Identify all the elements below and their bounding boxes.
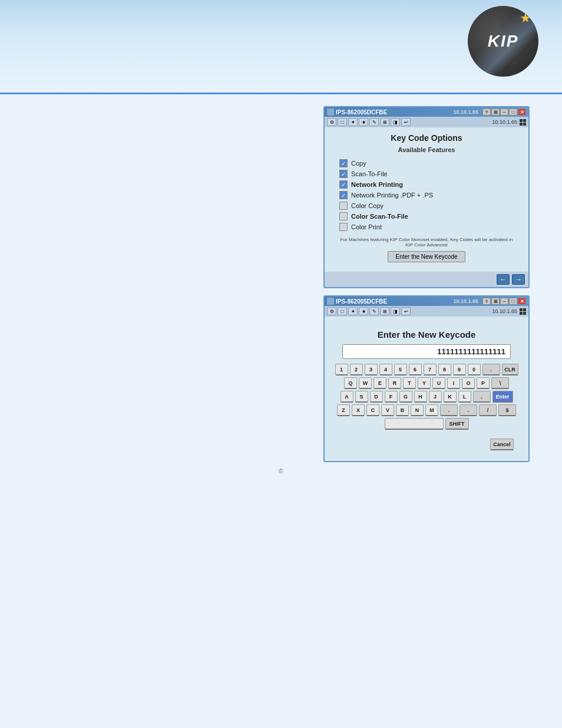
key-g[interactable]: G [399,391,412,403]
help-btn[interactable]: ? [482,108,491,116]
key-3[interactable]: 3 [365,364,378,375]
w2-toolbar-icon-4[interactable]: ★ [359,307,368,315]
key-v[interactable]: V [381,404,394,416]
toolbar-icon-4[interactable]: ★ [359,118,368,126]
key-dot1[interactable]: . [482,364,500,375]
toolbar-icon-6[interactable]: ⊞ [380,118,389,126]
key-6[interactable]: 6 [409,364,422,375]
key-r[interactable]: R [388,377,401,389]
toolbar-icon-1[interactable]: ⚙ [327,118,336,126]
key-y[interactable]: Y [418,377,431,389]
window2-titlebar: IPS-862005DCFBE 10.10.1.65 ? ⊞ − □ ✕ [325,297,528,306]
key-dollar[interactable]: $ [498,404,516,416]
key-b[interactable]: B [396,404,409,416]
key-1[interactable]: 1 [335,364,348,375]
w2-toolbar-icon-8[interactable]: ↩ [401,307,411,315]
toolbar-icon-7[interactable]: ◨ [391,118,400,126]
w2-toolbar-icon-3[interactable]: ✦ [348,307,358,315]
window2-title: IPS-862005DCFBE [336,298,387,305]
enter-keycode-button[interactable]: Enter the New Keycode [388,251,465,262]
w2-toolbar-icon-1[interactable]: ⚙ [327,307,336,315]
key-shift[interactable]: SHIFT [445,418,469,430]
key-c[interactable]: C [366,404,379,416]
cancel-button[interactable]: Cancel [490,439,514,450]
key-0[interactable]: 0 [468,364,481,375]
close-btn[interactable]: ✕ [518,108,526,116]
key-i[interactable]: I [447,377,460,389]
w2-grid-cell [523,308,526,311]
toolbar-icon-8[interactable]: ↩ [401,118,411,126]
key-comma[interactable]: . [440,404,458,416]
key-clr[interactable]: CLR [502,364,518,375]
key-j[interactable]: J [429,391,442,403]
key-a[interactable]: A [340,391,353,403]
key-l[interactable]: L [458,391,471,403]
w2-maximize-btn[interactable]: □ [509,298,517,305]
nav-back-btn[interactable]: ← [497,274,510,285]
checkbox-colorcopy[interactable] [339,202,348,210]
key-slash[interactable]: / [479,404,497,416]
key-s[interactable]: S [355,391,368,403]
copyright-text: © [279,468,283,475]
toolbar-icon-2[interactable]: □ [338,118,347,126]
minimize-btn[interactable]: − [500,108,508,116]
key-o[interactable]: O [462,377,475,389]
checkbox-copy[interactable]: ✓ [339,159,348,167]
key-backslash[interactable]: \ [491,377,509,389]
key-d[interactable]: D [370,391,383,403]
key-enter[interactable]: Enter [492,391,513,403]
nav-forward-btn[interactable]: → [512,274,525,285]
restore-btn[interactable]: ⊞ [491,108,500,116]
keycode-input-display[interactable]: 1111111111111111 [342,344,511,359]
w2-close-btn[interactable]: ✕ [518,298,526,305]
key-z[interactable]: Z [337,404,350,416]
key-n[interactable]: N [411,404,424,416]
toolbar-icon-5[interactable]: ✎ [369,118,379,126]
w2-toolbar-right: 10.10.1.65 [492,308,526,315]
key-5[interactable]: 5 [394,364,407,375]
key-p[interactable]: P [477,377,490,389]
w2-toolbar-icon-5[interactable]: ✎ [369,307,379,315]
checkbox-netprint[interactable]: ✓ [339,180,348,189]
key-q[interactable]: Q [344,377,357,389]
checkbox-colorprint[interactable] [339,223,348,231]
key-dot3[interactable]: . [459,404,477,416]
key-h[interactable]: H [414,391,427,403]
w2-help-btn[interactable]: ? [482,298,491,305]
grid-cell [523,123,526,126]
key-t[interactable]: T [403,377,416,389]
w2-toolbar-icon-7[interactable]: ◨ [391,307,400,315]
key-7[interactable]: 7 [424,364,437,375]
key-2[interactable]: 2 [350,364,363,375]
toolbar-icon-3[interactable]: ✦ [348,118,358,126]
key-space[interactable] [385,418,444,430]
maximize-btn[interactable]: □ [509,108,517,116]
key-w[interactable]: W [359,377,372,389]
key-9[interactable]: 9 [453,364,466,375]
key-x[interactable]: X [352,404,365,416]
keycode-entry-title: Enter the New Keycode [333,322,520,344]
key-e[interactable]: E [373,377,386,389]
key-4[interactable]: 4 [379,364,392,375]
w2-restore-btn[interactable]: ⊞ [491,298,500,305]
w2-grid-icon [520,308,526,315]
key-8[interactable]: 8 [438,364,451,375]
main-content: IPS-862005DCFBE 10.10.1.65 ? ⊞ − □ ✕ ⚙ □… [0,94,562,728]
w2-minimize-btn[interactable]: − [500,298,508,305]
key-u[interactable]: U [432,377,445,389]
window2-ip: 10.10.1.65 [453,298,478,304]
checkbox-scan[interactable]: ✓ [339,170,348,178]
key-f[interactable]: F [385,391,398,403]
key-k[interactable]: K [444,391,457,403]
feature-item-netprint: ✓ Network Printing [339,179,514,190]
keycode-footer-text: For Machines featuring KIP Color Monoset… [333,237,520,248]
key-m[interactable]: M [425,404,438,416]
key-dot2[interactable]: . [473,391,491,403]
titlebar-icon-2 [327,298,334,305]
checkbox-netprintpdf[interactable]: ✓ [339,191,348,199]
w2-toolbar-icon-2[interactable]: □ [338,307,347,315]
w2-toolbar-icon-6[interactable]: ⊞ [380,307,389,315]
feature-item-scan: ✓ Scan-To-File [339,169,514,179]
checkbox-colorscan[interactable] [339,212,348,220]
w2-grid-cell [523,312,526,315]
